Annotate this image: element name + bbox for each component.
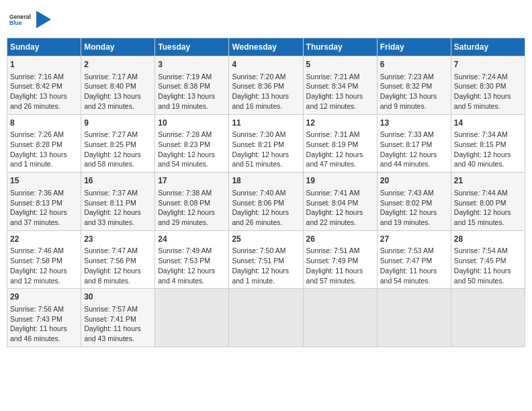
sunset-label: Sunset: 8:21 PM (232, 140, 284, 148)
day-number: 27 (380, 234, 448, 245)
daylight-label: Daylight: 12 hours and 1 minute. (232, 267, 289, 285)
sunset-label: Sunset: 8:42 PM (10, 82, 62, 90)
logo-svg: General Blue (9, 7, 35, 32)
sunset-label: Sunset: 8:28 PM (10, 140, 62, 148)
daylight-label: Daylight: 12 hours and 26 minutes. (232, 208, 289, 226)
day-number: 14 (454, 118, 522, 129)
sunset-label: Sunset: 8:40 PM (84, 82, 136, 90)
daylight-label: Daylight: 11 hours and 57 minutes. (306, 267, 363, 285)
day-number: 4 (232, 59, 300, 71)
sunset-label: Sunset: 7:41 PM (84, 315, 136, 323)
sunrise-label: Sunrise: 7:17 AM (84, 73, 138, 81)
calendar-table: SundayMondayTuesdayWednesdayThursdayFrid… (7, 38, 525, 347)
daylight-label: Daylight: 12 hours and 58 minutes. (84, 150, 141, 169)
calendar-cell: 5Sunrise: 7:21 AMSunset: 8:34 PMDaylight… (303, 56, 377, 115)
sunset-label: Sunset: 8:13 PM (10, 199, 62, 207)
daylight-label: Daylight: 13 hours and 19 minutes. (158, 92, 215, 110)
calendar-cell: 13Sunrise: 7:33 AMSunset: 8:17 PMDayligh… (377, 114, 451, 173)
header-saturday: Saturday (451, 38, 525, 56)
calendar-week-row: 15Sunrise: 7:36 AMSunset: 8:13 PMDayligh… (7, 173, 525, 231)
calendar-week-row: 1Sunrise: 7:16 AMSunset: 8:42 PMDaylight… (7, 56, 525, 115)
sunset-label: Sunset: 8:30 PM (454, 82, 506, 90)
svg-marker-2 (36, 11, 51, 28)
sunrise-label: Sunrise: 7:24 AM (454, 73, 508, 81)
sunrise-label: Sunrise: 7:44 AM (454, 189, 508, 197)
calendar-cell: 7Sunrise: 7:24 AMSunset: 8:30 PMDaylight… (451, 56, 525, 115)
sunset-label: Sunset: 7:43 PM (10, 315, 62, 323)
daylight-label: Daylight: 12 hours and 47 minutes. (306, 150, 363, 169)
day-number: 15 (10, 175, 78, 187)
sunset-label: Sunset: 8:34 PM (306, 82, 359, 90)
calendar-cell: 18Sunrise: 7:40 AMSunset: 8:06 PMDayligh… (229, 173, 303, 231)
sunrise-label: Sunrise: 7:51 AM (306, 246, 360, 255)
daylight-label: Daylight: 13 hours and 9 minutes. (380, 92, 437, 110)
sunrise-label: Sunrise: 7:46 AM (10, 246, 64, 255)
calendar-cell: 30Sunrise: 7:57 AMSunset: 7:41 PMDayligh… (81, 289, 155, 347)
calendar-week-row: 29Sunrise: 7:56 AMSunset: 7:43 PMDayligh… (7, 289, 525, 347)
daylight-label: Daylight: 12 hours and 12 minutes. (10, 267, 67, 285)
calendar-cell (377, 289, 451, 347)
calendar-cell: 6Sunrise: 7:23 AMSunset: 8:32 PMDaylight… (377, 56, 451, 115)
day-number: 22 (10, 234, 78, 245)
day-number: 3 (158, 59, 226, 71)
sunrise-label: Sunrise: 7:47 AM (84, 246, 138, 255)
day-number: 20 (380, 175, 448, 187)
day-number: 13 (380, 118, 448, 129)
sunrise-label: Sunrise: 7:49 AM (158, 246, 212, 255)
daylight-label: Daylight: 12 hours and 33 minutes. (84, 208, 141, 226)
sunset-label: Sunset: 7:47 PM (380, 257, 433, 265)
sunrise-label: Sunrise: 7:28 AM (158, 130, 212, 138)
day-number: 12 (306, 118, 374, 129)
sunrise-label: Sunrise: 7:34 AM (454, 130, 508, 138)
sunset-label: Sunset: 7:45 PM (454, 257, 506, 265)
header-friday: Friday (377, 38, 451, 56)
calendar-cell: 11Sunrise: 7:30 AMSunset: 8:21 PMDayligh… (229, 114, 303, 173)
sunrise-label: Sunrise: 7:50 AM (232, 246, 285, 255)
sunrise-label: Sunrise: 7:53 AM (380, 246, 434, 255)
header-sunday: Sunday (7, 38, 81, 56)
calendar-cell (451, 289, 525, 347)
calendar-week-row: 8Sunrise: 7:26 AMSunset: 8:28 PMDaylight… (7, 114, 525, 173)
day-number: 28 (454, 234, 522, 245)
daylight-label: Daylight: 11 hours and 50 minutes. (454, 267, 511, 285)
day-number: 9 (84, 118, 152, 129)
sunset-label: Sunset: 7:53 PM (158, 257, 210, 265)
daylight-label: Daylight: 12 hours and 44 minutes. (380, 150, 437, 169)
sunrise-label: Sunrise: 7:26 AM (10, 130, 64, 138)
daylight-label: Daylight: 13 hours and 16 minutes. (232, 92, 289, 110)
day-number: 18 (232, 175, 300, 187)
header-thursday: Thursday (303, 38, 377, 56)
sunrise-label: Sunrise: 7:30 AM (232, 130, 285, 138)
sunrise-label: Sunrise: 7:23 AM (380, 73, 434, 81)
calendar-cell: 21Sunrise: 7:44 AMSunset: 8:00 PMDayligh… (451, 173, 525, 231)
calendar-cell: 15Sunrise: 7:36 AMSunset: 8:13 PMDayligh… (7, 173, 81, 231)
sunrise-label: Sunrise: 7:36 AM (10, 189, 64, 197)
calendar-cell: 3Sunrise: 7:19 AMSunset: 8:38 PMDaylight… (155, 56, 229, 115)
daylight-label: Daylight: 12 hours and 19 minutes. (380, 208, 437, 226)
page-header: General Blue (7, 7, 525, 32)
day-number: 29 (10, 291, 78, 303)
day-number: 21 (454, 175, 522, 187)
calendar-header-row: SundayMondayTuesdayWednesdayThursdayFrid… (7, 38, 525, 56)
sunrise-label: Sunrise: 7:54 AM (454, 246, 508, 255)
logo-arrow (36, 7, 51, 32)
day-number: 25 (232, 234, 300, 245)
calendar-cell: 19Sunrise: 7:41 AMSunset: 8:04 PMDayligh… (303, 173, 377, 231)
sunset-label: Sunset: 8:17 PM (380, 140, 433, 148)
day-number: 2 (84, 59, 152, 71)
sunset-label: Sunset: 8:04 PM (306, 199, 359, 207)
logo: General Blue (9, 7, 51, 32)
sunrise-label: Sunrise: 7:43 AM (380, 189, 434, 197)
daylight-label: Daylight: 13 hours and 5 minutes. (454, 92, 511, 110)
header-monday: Monday (81, 38, 155, 56)
calendar-cell: 24Sunrise: 7:49 AMSunset: 7:53 PMDayligh… (155, 230, 229, 289)
sunset-label: Sunset: 8:06 PM (232, 199, 284, 207)
sunset-label: Sunset: 8:00 PM (454, 199, 506, 207)
calendar-cell: 23Sunrise: 7:47 AMSunset: 7:56 PMDayligh… (81, 230, 155, 289)
sunset-label: Sunset: 8:08 PM (158, 199, 210, 207)
calendar-cell: 16Sunrise: 7:37 AMSunset: 8:11 PMDayligh… (81, 173, 155, 231)
sunrise-label: Sunrise: 7:38 AM (158, 189, 212, 197)
calendar-cell: 27Sunrise: 7:53 AMSunset: 7:47 PMDayligh… (377, 230, 451, 289)
day-number: 16 (84, 175, 152, 187)
day-number: 1 (10, 59, 78, 71)
